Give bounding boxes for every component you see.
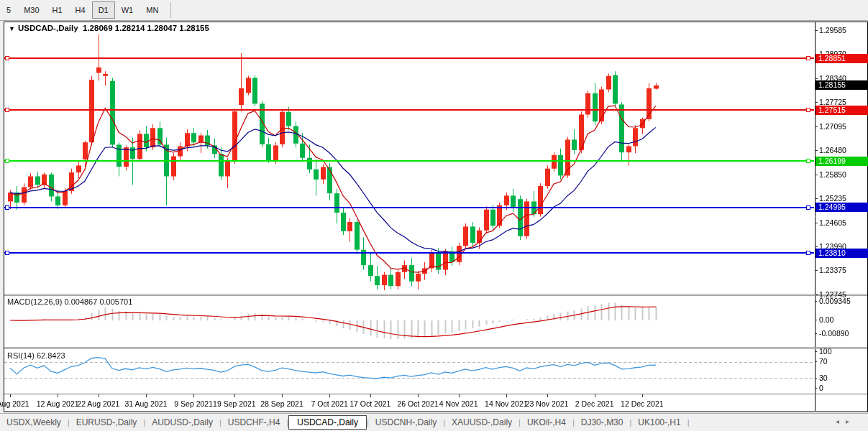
date-tick-label: 14 Nov 2021: [485, 399, 528, 408]
chart-ohlc-values: 1.28069 1.28214 1.28047 1.28155: [83, 24, 209, 32]
date-tick-label: 31 Aug 2021: [125, 399, 168, 408]
tab-ukoil-h4[interactable]: UKOil-,H4: [521, 415, 572, 430]
price-badge-127515: 1.27515: [816, 106, 868, 115]
rsi-panel-header: RSI(14) 62.8423: [7, 351, 65, 360]
timeframe-button-h4[interactable]: H4: [69, 1, 92, 19]
tab-usdchf-h4[interactable]: USDCHF-,H4: [221, 415, 287, 430]
date-tick-label: 26 Oct 2021: [397, 399, 438, 408]
tab-uk100-h1[interactable]: UK100-,H1: [631, 415, 687, 430]
tab-scroll-left-button[interactable]: ◂: [836, 417, 839, 425]
rsi-axis-label: 30: [819, 374, 828, 382]
symbol-dropdown-icon[interactable]: ▼: [9, 25, 15, 32]
price-tick-label: 1.27095: [819, 122, 846, 131]
timeframe-button-w1[interactable]: W1: [115, 1, 140, 19]
toolbar-separator: [170, 2, 171, 18]
price-badge-123810: 1.23810: [816, 249, 868, 258]
price-tick-label: 1.26480: [819, 146, 846, 154]
date-tick-label: 4 Nov 2021: [439, 399, 478, 408]
price-badge-126199: 1.26199: [816, 157, 868, 166]
date-tick-label: 7 Oct 2021: [311, 399, 347, 408]
symbol-tab-bar: USDX,Weekly|EURUSD-,Daily|AUDUSD-,Daily|…: [0, 413, 868, 431]
price-tick-label: 1.25235: [819, 194, 846, 203]
macd-axis-label: 0.00: [819, 315, 833, 324]
date-tick-label: 22 Aug 2021: [77, 399, 119, 408]
price-tick-label: 1.25850: [819, 170, 846, 179]
timeframe-toolbar: 5M30H1H4D1W1MN: [0, 0, 868, 21]
price-tick-label: 1.29585: [819, 26, 846, 34]
date-tick-label: 12 Aug 2021: [37, 399, 79, 408]
date-tick-label: 12 Dec 2021: [621, 399, 664, 408]
tab-scroll-right-button[interactable]: ▸: [846, 417, 849, 425]
date-tick-label: 17 Oct 2021: [350, 399, 390, 408]
timeframe-button-m30[interactable]: M30: [17, 1, 45, 19]
tab-usdx-weekly[interactable]: USDX,Weekly: [0, 415, 68, 430]
date-tick-label: 23 Nov 2021: [526, 399, 569, 408]
tab-usdcad-daily[interactable]: USDCAD-,Daily: [288, 415, 367, 430]
tab-usdcnh-daily[interactable]: USDCNH-,Daily: [369, 415, 443, 430]
price-chart-canvas[interactable]: [0, 0, 868, 413]
price-tick-label: 1.23375: [819, 266, 846, 274]
chart-title: ▼USDCAD-,Daily 1.28069 1.28214 1.28047 1…: [9, 24, 209, 32]
macd-panel-header: MACD(12,26,9) 0.004867 0.005701: [7, 297, 132, 306]
terminal-window: 5M30H1H4D1W1MN ▼USDCAD-,Daily 1.28069 1.…: [0, 0, 868, 431]
date-tick-label: 28 Sep 2021: [260, 399, 303, 408]
timeframe-button-5[interactable]: 5: [0, 1, 17, 19]
tab-dj30-m30[interactable]: DJ30-,M30: [575, 415, 630, 430]
timeframe-button-d1[interactable]: D1: [92, 1, 115, 19]
price-tick-label: 1.24605: [819, 218, 846, 227]
price-badge-124995: 1.24995: [816, 203, 868, 212]
tab-audusd-daily[interactable]: AUDUSD-,Daily: [145, 415, 219, 430]
date-tick-label: 2 Dec 2021: [575, 399, 614, 408]
date-tick-label: 9 Sep 2021: [174, 399, 213, 408]
chart-symbol-label: USDCAD-,Daily: [18, 24, 78, 32]
price-badge-128155: 1.28155: [816, 80, 868, 90]
rsi-axis-label: 0: [819, 384, 823, 392]
tab-eurusd-daily[interactable]: EURUSD-,Daily: [70, 415, 144, 430]
tab-xauusd-daily[interactable]: XAUUSD-,Daily: [445, 415, 518, 430]
tab-separator: |: [687, 418, 690, 427]
macd-axis-label: 0.009345: [819, 297, 851, 305]
price-badge-128851: 1.28851: [816, 54, 868, 63]
date-tick-label: 3 Aug 2021: [0, 399, 29, 408]
rsi-axis-label: 70: [819, 357, 828, 366]
macd-axis-label: -0.00890: [819, 329, 849, 338]
date-tick-label: 19 Sep 2021: [213, 399, 256, 408]
timeframe-button-h1[interactable]: H1: [46, 1, 69, 19]
rsi-axis-label: 100: [819, 347, 832, 356]
timeframe-button-mn[interactable]: MN: [140, 1, 165, 19]
